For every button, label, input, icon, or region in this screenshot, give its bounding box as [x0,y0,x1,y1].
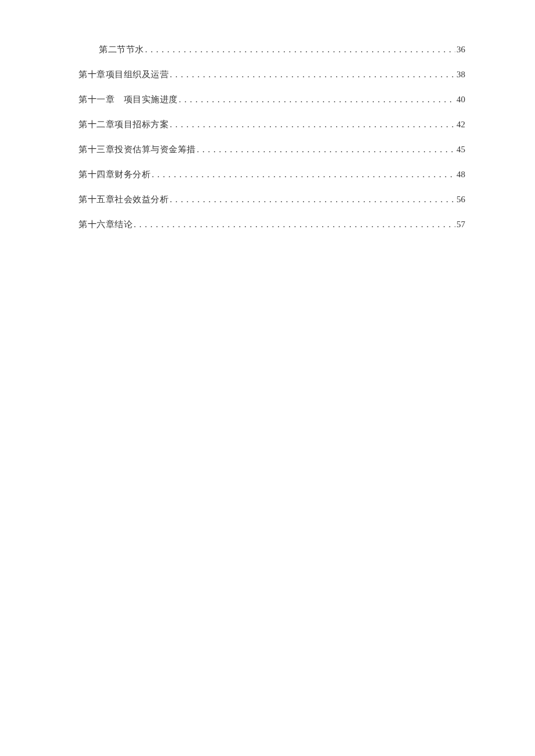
toc-leader [151,169,455,181]
toc-entry: 第十四章财务分析 48 [79,169,465,181]
toc-title: 第十三章投资估算与资金筹措 [79,144,196,156]
toc-leader [196,144,456,156]
toc-page: 57 [455,218,465,231]
toc-entry: 第十六章结论 57 [79,218,465,231]
toc-page: 56 [455,194,465,206]
toc-entry: 第十一章 项目实施进度 40 [79,94,465,106]
toc-leader [144,44,456,56]
toc-page: 40 [455,94,465,106]
toc-page: 45 [455,144,465,156]
toc-page: 38 [455,69,465,81]
toc-page: 48 [455,169,465,181]
toc-title: 第十章项目组织及运营 [79,69,169,81]
toc-title: 第二节节水 [99,44,144,56]
toc-page: 36 [455,44,465,56]
toc-title: 第十一章 项目实施进度 [79,94,178,106]
toc-page: 42 [455,119,465,131]
toc-entry: 第十章项目组织及运营 38 [79,69,465,81]
toc-title: 第十四章财务分析 [79,169,151,181]
toc-leader [169,69,455,81]
toc-leader [133,218,455,231]
toc-entry: 第十三章投资估算与资金筹措 45 [79,144,465,156]
toc-title: 第十二章项目招标方案 [79,119,169,131]
toc-leader [169,119,455,131]
toc-leader [169,194,455,206]
toc-leader [178,94,456,106]
toc-entry: 第二节节水 36 [79,44,465,56]
toc-title: 第十五章社会效益分析 [79,194,169,206]
toc-entry: 第十五章社会效益分析 56 [79,194,465,206]
toc-entry: 第十二章项目招标方案 42 [79,119,465,131]
table-of-contents: 第二节节水 36 第十章项目组织及运营 38 第十一章 项目实施进度 40 第十… [79,44,465,231]
toc-title: 第十六章结论 [79,218,133,231]
